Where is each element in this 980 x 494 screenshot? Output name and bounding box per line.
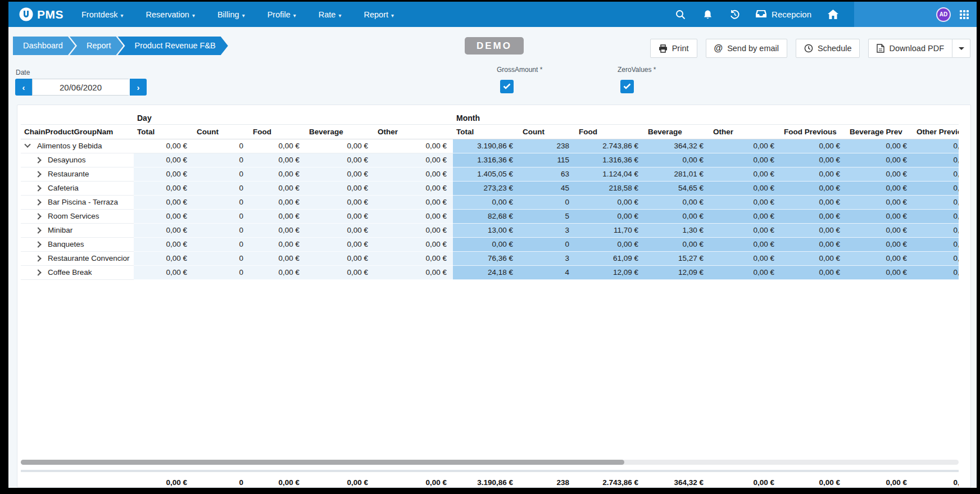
zero-values-checkbox[interactable]: [620, 80, 634, 93]
month-value-cell: 115: [519, 153, 575, 167]
col-header-month-food[interactable]: Food: [575, 124, 645, 139]
day-value-cell: 0,00 €: [306, 181, 374, 195]
table-viewport: Day Month ChainProductGroupNam Total Cou…: [21, 112, 959, 280]
day-value-cell: 0: [193, 265, 249, 279]
month-value-cell: 0,00 €: [710, 251, 781, 265]
user-avatar[interactable]: AD: [936, 7, 951, 22]
month-value-cell: 0,00 €: [645, 195, 710, 209]
product-name-cell: Desayunos: [21, 153, 134, 167]
menu-rate[interactable]: Rate▾: [319, 10, 342, 19]
col-header-month-total[interactable]: Total: [453, 124, 519, 139]
expand-chevron-icon[interactable]: [35, 185, 41, 191]
col-header-month-count[interactable]: Count: [519, 124, 575, 139]
month-value-cell: 3: [519, 251, 575, 265]
expand-chevron-icon[interactable]: [35, 241, 41, 247]
date-input[interactable]: [32, 79, 129, 96]
month-value-cell: 0,00 €: [645, 209, 710, 223]
month-value-cell: 3: [519, 223, 575, 237]
menu-profile[interactable]: Profile▾: [267, 10, 296, 19]
menu-report[interactable]: Report▾: [364, 10, 394, 19]
col-header-food-previous[interactable]: Food Previous: [781, 124, 846, 139]
col-header-day-beverage[interactable]: Beverage: [306, 124, 374, 139]
col-header-other-previous[interactable]: Other Previous: [913, 124, 959, 139]
expand-chevron-icon[interactable]: [35, 171, 41, 177]
month-value-cell: 273,23 €: [453, 181, 519, 195]
day-value-cell: 0,00 €: [374, 153, 453, 167]
print-button[interactable]: Print: [650, 39, 697, 58]
pms-logo[interactable]: PMS: [19, 7, 63, 22]
gross-amount-checkbox[interactable]: [500, 80, 514, 93]
date-next-button[interactable]: ›: [130, 79, 147, 96]
month-value-cell: 0,00 €: [913, 237, 959, 251]
notifications-bell-icon[interactable]: [702, 10, 713, 20]
collapse-chevron-icon[interactable]: [24, 142, 30, 148]
report-toolbar: Dashboard Report Product Revenue F&B DEM…: [8, 27, 977, 64]
day-value-cell: 0,00 €: [249, 237, 306, 251]
month-value-cell: 0,00 €: [575, 195, 645, 209]
expand-chevron-icon[interactable]: [35, 227, 41, 233]
expand-chevron-icon[interactable]: [35, 255, 41, 261]
footer-total-cell: 364,32 €: [645, 474, 710, 488]
menu-frontdesk[interactable]: Frontdesk▾: [81, 10, 124, 19]
expand-chevron-icon[interactable]: [35, 199, 41, 205]
month-value-cell: 0,00 €: [846, 139, 913, 153]
month-value-cell: 0,00 €: [913, 153, 959, 167]
day-value-cell: 0,00 €: [374, 223, 453, 237]
footer-total-cell: 0,00 €: [846, 474, 913, 488]
footer-total-cell: 0: [193, 474, 249, 488]
day-value-cell: 0,00 €: [134, 139, 193, 153]
action-buttons: Print @ Send by email Schedule Download …: [642, 39, 970, 58]
footer-total-cell: 0,00 €: [781, 474, 846, 488]
workstation-selector[interactable]: Recepcion: [756, 10, 811, 20]
col-header-day-food[interactable]: Food: [249, 124, 306, 139]
month-value-cell: 4: [519, 265, 575, 279]
expand-chevron-icon[interactable]: [35, 157, 41, 163]
menu-reservation[interactable]: Reservation▾: [146, 10, 195, 19]
product-name: Bar Piscina - Terraza: [48, 198, 118, 206]
footer-total-cell: 0,00 €: [913, 474, 959, 488]
home-icon[interactable]: [827, 10, 838, 19]
product-row: Coffee Break0,00 €00,00 €0,00 €0,00 €24,…: [21, 265, 959, 279]
month-value-cell: 0,00 €: [846, 153, 913, 167]
search-icon[interactable]: [675, 10, 686, 20]
col-header-day-total[interactable]: Total: [134, 124, 193, 139]
revenue-table: Day Month ChainProductGroupNam Total Cou…: [21, 112, 959, 280]
horizontal-scrollbar[interactable]: [21, 460, 959, 465]
download-pdf-button[interactable]: Download PDF: [868, 39, 952, 58]
download-options-caret-button[interactable]: [952, 39, 970, 58]
history-icon[interactable]: [729, 10, 740, 20]
scrollbar-thumb[interactable]: [21, 460, 624, 465]
month-value-cell: 0,00 €: [781, 251, 846, 265]
col-header-month-beverage[interactable]: Beverage: [645, 124, 710, 139]
col-header-beverage-prev[interactable]: Beverage Prev: [846, 124, 913, 139]
date-label: Date: [16, 69, 30, 76]
month-value-cell: 0,00 €: [846, 223, 913, 237]
breadcrumb-report[interactable]: Report: [70, 37, 124, 55]
col-header-month-other[interactable]: Other: [710, 124, 781, 139]
workstation-name: Recepcion: [772, 10, 811, 19]
month-value-cell: 218,58 €: [575, 181, 645, 195]
date-picker: ‹ ›: [15, 79, 147, 96]
product-row: Restaurante Convencior0,00 €00,00 €0,00 …: [21, 251, 959, 265]
expand-chevron-icon[interactable]: [35, 269, 41, 275]
day-value-cell: 0,00 €: [374, 195, 453, 209]
footer-empty-cell: [21, 474, 134, 488]
product-name-cell: Restaurante Convencior: [21, 251, 134, 265]
col-header-day-count[interactable]: Count: [193, 124, 249, 139]
expand-chevron-icon[interactable]: [35, 213, 41, 219]
month-value-cell: 0,00 €: [453, 195, 519, 209]
breadcrumb-dashboard[interactable]: Dashboard: [13, 37, 75, 55]
month-value-cell: 5: [519, 209, 575, 223]
group-header-row: Day Month: [21, 112, 959, 124]
menu-billing[interactable]: Billing▾: [217, 10, 245, 19]
apps-grid-icon[interactable]: [960, 10, 969, 19]
date-previous-button[interactable]: ‹: [15, 79, 32, 96]
schedule-button[interactable]: Schedule: [796, 39, 860, 58]
group-header-day: Day: [134, 112, 453, 124]
send-by-email-button[interactable]: @ Send by email: [706, 39, 788, 58]
product-name: Cafeteria: [48, 184, 79, 192]
col-header-day-other[interactable]: Other: [374, 124, 453, 139]
col-header-name[interactable]: ChainProductGroupNam: [21, 124, 134, 139]
chevron-down-icon: ▾: [242, 12, 245, 19]
month-value-cell: 0,00 €: [913, 265, 959, 279]
